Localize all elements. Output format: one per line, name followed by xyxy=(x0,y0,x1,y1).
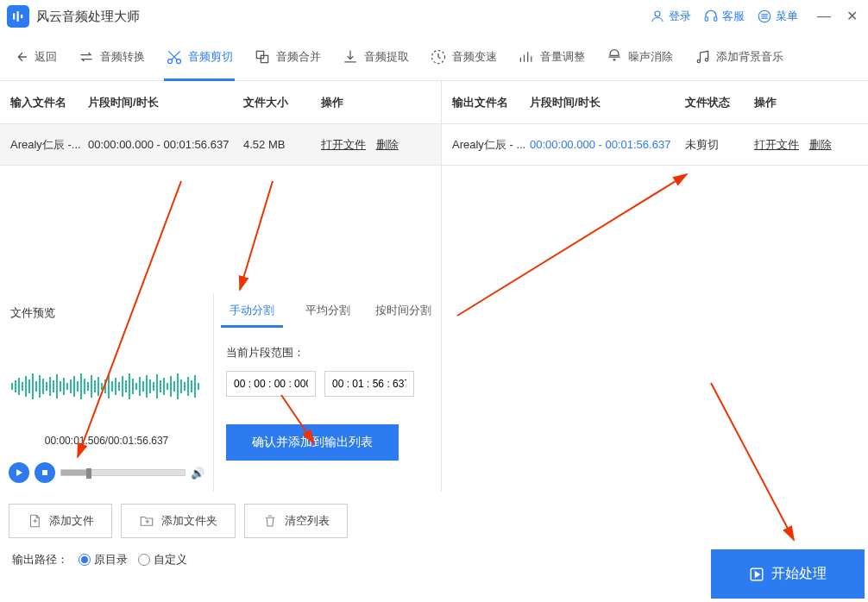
input-row-time: 00:00:00.000 - 00:01:56.637 xyxy=(88,138,243,151)
tab-volume[interactable]: 音量调整 xyxy=(509,33,594,81)
app-title: 风云音频处理大师 xyxy=(36,9,140,25)
tab-convert[interactable]: 音频转换 xyxy=(69,33,154,81)
play-icon xyxy=(15,468,23,477)
svg-rect-1 xyxy=(17,11,19,22)
output-header-ops: 操作 xyxy=(754,95,858,110)
waveform[interactable] xyxy=(10,347,203,426)
start-process-button[interactable]: 开始处理 xyxy=(711,549,865,599)
range-label: 当前片段范围： xyxy=(226,345,429,361)
service-button[interactable]: 客服 xyxy=(703,9,745,24)
denoise-icon xyxy=(606,48,623,66)
output-path-label: 输出路径： xyxy=(12,552,68,568)
input-row-size: 4.52 MB xyxy=(243,138,321,151)
tab-speed[interactable]: 音频变速 xyxy=(421,33,506,81)
input-header-size: 文件大小 xyxy=(243,95,321,110)
output-row-status: 未剪切 xyxy=(685,137,754,153)
app-logo xyxy=(7,5,29,28)
svg-rect-12 xyxy=(256,51,263,58)
radio-icon xyxy=(138,554,150,566)
preview-label: 文件预览 xyxy=(5,302,208,324)
tab-bgm[interactable]: 添加背景音乐 xyxy=(685,33,792,81)
convert-icon xyxy=(78,48,95,66)
back-button[interactable]: 返回 xyxy=(7,49,66,65)
user-icon xyxy=(650,9,665,24)
output-header-time: 片段时间/时长 xyxy=(530,95,685,110)
input-row[interactable]: Arealy仁辰 -... 00:00:00.000 - 00:01:56.63… xyxy=(0,124,441,166)
input-header-ops: 操作 xyxy=(321,95,425,110)
headset-icon xyxy=(703,9,719,24)
clear-list-button[interactable]: 清空列表 xyxy=(244,504,348,538)
speaker-icon[interactable]: 🔊 xyxy=(191,467,204,480)
output-row-time: 00:00:00.000 - 00:01:56.637 xyxy=(530,138,685,151)
menu-icon xyxy=(757,9,772,24)
input-header-time: 片段时间/时长 xyxy=(88,95,243,110)
extract-icon xyxy=(342,48,359,66)
svg-point-17 xyxy=(705,58,708,60)
stop-button[interactable] xyxy=(35,462,55,483)
volume-icon xyxy=(518,48,535,66)
delete-link[interactable]: 删除 xyxy=(376,138,399,151)
add-file-button[interactable]: 添加文件 xyxy=(9,504,112,538)
stop-icon xyxy=(41,468,49,477)
output-header-name: 输出文件名 xyxy=(452,95,530,110)
range-start-input[interactable] xyxy=(226,371,316,397)
svg-point-16 xyxy=(697,60,700,62)
trash-icon xyxy=(262,513,278,529)
radio-icon xyxy=(79,554,91,566)
music-icon xyxy=(694,48,711,66)
input-header-name: 输入文件名 xyxy=(10,95,88,110)
tab-time-split[interactable]: 按时间分割 xyxy=(365,293,441,328)
progress-bar[interactable] xyxy=(60,469,186,476)
tab-average-split[interactable]: 平均分割 xyxy=(290,293,366,328)
output-header-status: 文件状态 xyxy=(685,95,754,110)
svg-rect-0 xyxy=(13,13,15,20)
add-folder-button[interactable]: 添加文件夹 xyxy=(121,504,236,538)
player-time: 00:00:01.506/00:01:56.637 xyxy=(5,435,208,447)
tab-cut[interactable]: 音频剪切 xyxy=(157,33,242,81)
tab-extract[interactable]: 音频提取 xyxy=(333,33,418,81)
open-file-link[interactable]: 打开文件 xyxy=(321,138,366,151)
svg-rect-18 xyxy=(42,470,47,475)
tab-merge[interactable]: 音频合并 xyxy=(245,33,330,81)
login-button[interactable]: 登录 xyxy=(650,9,691,24)
radio-custom[interactable]: 自定义 xyxy=(138,552,187,568)
output-row[interactable]: Arealy仁辰 - ... 00:00:00.000 - 00:01:56.6… xyxy=(442,124,868,166)
output-row-name: Arealy仁辰 - ... xyxy=(452,137,530,153)
svg-point-15 xyxy=(613,59,615,60)
play-outline-icon xyxy=(749,567,764,582)
minimize-button[interactable]: — xyxy=(817,9,831,23)
output-delete-link[interactable]: 删除 xyxy=(809,138,832,151)
radio-original[interactable]: 原目录 xyxy=(79,552,128,568)
close-button[interactable]: ✕ xyxy=(846,9,858,23)
merge-icon xyxy=(254,48,271,66)
confirm-add-button[interactable]: 确认并添加到输出列表 xyxy=(226,424,399,461)
play-button[interactable] xyxy=(9,462,29,483)
menu-button[interactable]: 菜单 xyxy=(757,9,798,24)
speed-icon xyxy=(430,48,447,66)
tab-denoise[interactable]: 噪声消除 xyxy=(597,33,682,81)
range-end-input[interactable] xyxy=(324,371,414,397)
svg-rect-5 xyxy=(714,17,717,22)
svg-rect-13 xyxy=(261,55,267,62)
back-arrow-icon xyxy=(16,50,29,64)
svg-rect-4 xyxy=(705,17,708,22)
svg-rect-2 xyxy=(21,15,22,19)
input-row-name: Arealy仁辰 -... xyxy=(10,137,88,153)
output-open-link[interactable]: 打开文件 xyxy=(754,138,799,151)
file-add-icon xyxy=(27,513,42,529)
scissors-icon xyxy=(166,48,183,66)
tab-manual-split[interactable]: 手动分割 xyxy=(214,293,290,328)
folder-add-icon xyxy=(139,513,154,529)
svg-point-3 xyxy=(655,11,660,16)
